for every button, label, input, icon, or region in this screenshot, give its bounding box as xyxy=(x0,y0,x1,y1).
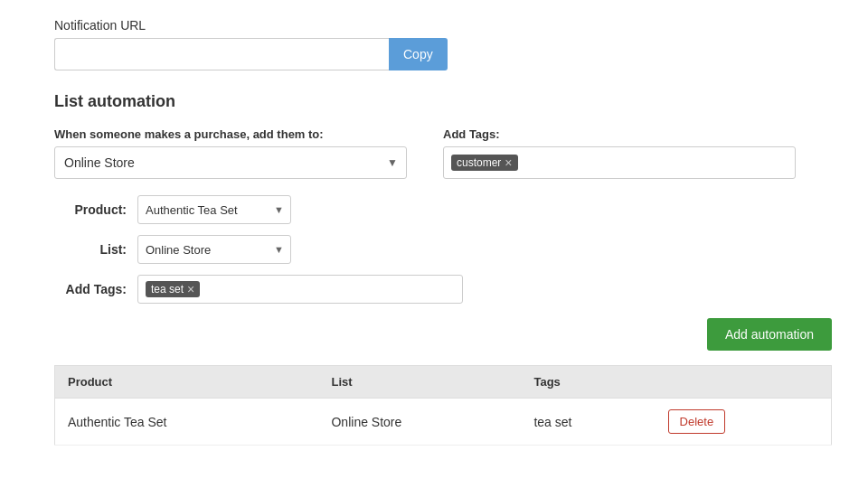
col-header-product: Product xyxy=(55,366,319,399)
tags-row-input[interactable]: tea set × xyxy=(137,275,463,304)
notification-url-input[interactable] xyxy=(54,38,389,70)
tea-set-tag-label: tea set xyxy=(151,283,184,296)
product-form-row: Product: Authentic Tea Set Green Tea Set… xyxy=(54,195,832,224)
tea-set-tag-remove-icon[interactable]: × xyxy=(187,283,194,296)
purchase-select-wrapper: Online Store Newsletter VIP ▼ xyxy=(54,146,407,179)
tags-input-wrapper[interactable]: customer × xyxy=(443,146,796,179)
automation-table: Product List Tags Authentic Tea Set Onli… xyxy=(54,365,832,446)
add-tags-label: Add Tags: xyxy=(443,127,832,141)
product-form-label: Product: xyxy=(54,202,127,217)
customer-tag-badge: customer × xyxy=(451,155,518,171)
row-actions-cell: Delete xyxy=(656,399,832,446)
add-automation-row: Add automation xyxy=(54,318,832,351)
purchase-select[interactable]: Online Store Newsletter VIP xyxy=(54,146,407,179)
customer-tag-remove-icon[interactable]: × xyxy=(505,156,512,169)
list-select-wrapper: Online Store Newsletter ▼ xyxy=(137,235,291,264)
purchase-label: When someone makes a purchase, add them … xyxy=(54,127,407,141)
col-header-list: List xyxy=(318,366,521,399)
col-header-actions xyxy=(656,366,832,399)
copy-button[interactable]: Copy xyxy=(389,38,448,70)
add-tags-form-label: Add Tags: xyxy=(54,282,127,296)
list-form-row: List: Online Store Newsletter ▼ xyxy=(54,235,832,264)
list-form-label: List: xyxy=(54,242,127,257)
add-tags-field-group: Add Tags: customer × xyxy=(443,127,832,179)
table-header: Product List Tags xyxy=(55,366,832,399)
product-select[interactable]: Authentic Tea Set Green Tea Set Classic … xyxy=(137,195,291,224)
add-automation-button[interactable]: Add automation xyxy=(707,318,832,351)
add-tags-form-row: Add Tags: tea set × xyxy=(54,275,832,304)
product-select-wrapper: Authentic Tea Set Green Tea Set Classic … xyxy=(137,195,291,224)
page-wrapper: Notification URL Copy List automation Wh… xyxy=(0,0,868,488)
notification-url-label: Notification URL xyxy=(54,18,832,33)
table-body: Authentic Tea Set Online Store tea set D… xyxy=(55,399,832,446)
purchase-field-group: When someone makes a purchase, add them … xyxy=(54,127,407,179)
list-automation-section: List automation When someone makes a pur… xyxy=(54,92,832,446)
notification-url-section: Notification URL Copy xyxy=(54,18,832,70)
tea-set-tag-badge: tea set × xyxy=(146,281,200,297)
table-row: Authentic Tea Set Online Store tea set D… xyxy=(55,399,832,446)
notification-url-row: Copy xyxy=(54,38,832,70)
col-header-tags: Tags xyxy=(521,366,655,399)
list-automation-title: List automation xyxy=(54,92,832,111)
purchase-row: When someone makes a purchase, add them … xyxy=(54,127,832,179)
delete-button[interactable]: Delete xyxy=(668,409,726,434)
row-tags-cell: tea set xyxy=(521,399,655,446)
list-select[interactable]: Online Store Newsletter xyxy=(137,235,291,264)
table-header-row: Product List Tags xyxy=(55,366,832,399)
row-list-cell: Online Store xyxy=(318,399,521,446)
customer-tag-label: customer xyxy=(457,156,501,169)
row-product-cell: Authentic Tea Set xyxy=(55,399,319,446)
automation-form: Product: Authentic Tea Set Green Tea Set… xyxy=(54,195,832,304)
